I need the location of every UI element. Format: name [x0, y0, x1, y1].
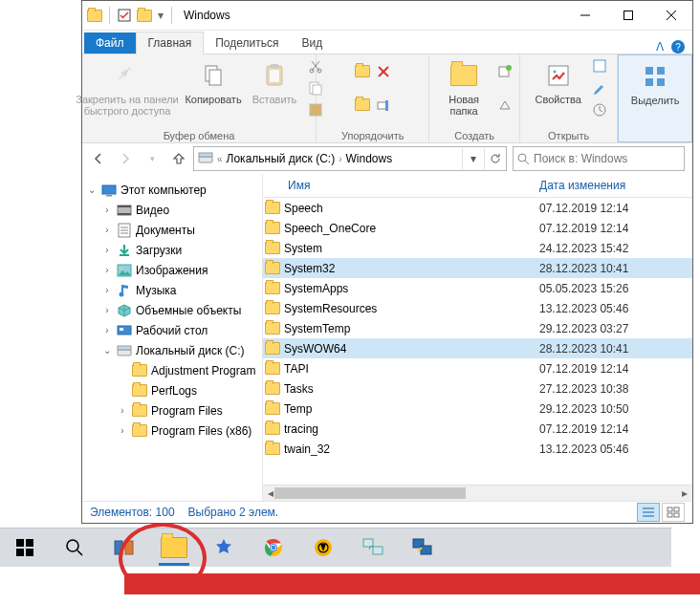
copy-button[interactable]: Копировать — [184, 56, 243, 109]
file-row[interactable]: SystemTemp29.12.2023 03:27 — [263, 318, 692, 338]
tree-item[interactable]: PerfLogs — [86, 380, 262, 400]
tree-item[interactable]: ›Изображения — [86, 260, 262, 280]
window-title: Windows — [184, 9, 230, 22]
edit-icon[interactable] — [590, 78, 609, 97]
file-row[interactable]: tracing07.12.2019 12:14 — [263, 419, 692, 439]
network-app-button[interactable] — [350, 528, 396, 567]
tab-home[interactable]: Главная — [136, 32, 205, 54]
tree-item[interactable]: ›Program Files (x86) — [86, 421, 262, 441]
file-row[interactable]: SystemApps05.05.2023 15:26 — [263, 278, 692, 298]
easy-access-icon[interactable] — [495, 96, 514, 115]
view-large-button[interactable] — [662, 503, 685, 522]
expand-icon[interactable]: › — [101, 285, 113, 295]
paste-icon — [259, 60, 290, 91]
breadcrumb-2[interactable]: Windows — [345, 152, 392, 165]
ribbon-collapse-icon[interactable]: ᐱ — [656, 40, 664, 54]
tree-item[interactable]: ›Видео — [86, 200, 262, 220]
expand-icon[interactable]: › — [101, 205, 113, 215]
back-button[interactable] — [90, 150, 107, 167]
tab-view[interactable]: Вид — [290, 32, 334, 54]
file-date: 29.12.2023 03:27 — [539, 322, 692, 335]
search-input[interactable]: Поиск в: Windows — [513, 146, 685, 171]
history-icon[interactable] — [590, 101, 609, 119]
copy-to-icon[interactable] — [353, 96, 372, 115]
new-folder-icon — [448, 60, 479, 91]
scroll-right-icon[interactable]: ▸ — [677, 485, 692, 501]
help-icon[interactable]: ? — [671, 40, 685, 54]
tree-item[interactable]: ›Музыка — [86, 280, 262, 300]
view-details-button[interactable] — [637, 503, 660, 522]
close-button[interactable] — [649, 2, 692, 30]
expand-icon[interactable]: ⌄ — [101, 345, 113, 356]
tab-file[interactable]: Файл — [84, 32, 136, 54]
file-row[interactable]: Speech_OneCore07.12.2019 12:14 — [263, 218, 692, 238]
expand-icon[interactable]: › — [101, 245, 113, 255]
file-row[interactable]: SystemResources13.12.2023 05:46 — [263, 298, 692, 318]
qat-checkbox-icon[interactable] — [116, 7, 133, 24]
tree-item[interactable]: ›Объемные объекты — [86, 300, 262, 320]
qat-dropdown-icon[interactable]: ▾ — [156, 7, 165, 24]
up-button[interactable] — [170, 150, 187, 167]
expand-icon[interactable]: › — [101, 305, 113, 315]
maximize-button[interactable] — [606, 2, 649, 30]
breadcrumb-1[interactable]: Локальный диск (C:)› — [227, 152, 342, 165]
forward-button[interactable] — [117, 150, 134, 167]
file-row[interactable]: Tasks27.12.2023 10:38 — [263, 378, 692, 399]
col-date[interactable]: Дата изменения — [539, 179, 692, 192]
file-row[interactable]: Temp29.12.2023 10:50 — [263, 399, 692, 419]
tree-item[interactable]: ›Загрузки — [86, 240, 262, 260]
expand-icon[interactable]: ⌄ — [86, 184, 98, 195]
tab-share[interactable]: Поделиться — [204, 32, 290, 54]
file-row[interactable]: System24.12.2023 15:42 — [263, 238, 692, 258]
horizontal-scrollbar[interactable]: ◂ ▸ — [263, 485, 692, 501]
expand-icon[interactable]: › — [101, 225, 113, 235]
bookmark-app-button[interactable] — [201, 528, 247, 567]
new-item-icon[interactable] — [495, 62, 514, 81]
file-name: SysWOW64 — [282, 342, 539, 356]
chrome-button[interactable] — [251, 528, 296, 567]
aimp-button[interactable] — [300, 528, 346, 567]
file-row[interactable]: twain_3213.12.2023 05:46 — [263, 439, 692, 459]
svg-rect-29 — [199, 157, 212, 162]
move-to-icon[interactable] — [353, 62, 372, 81]
address-bar[interactable]: « Локальный диск (C:)› Windows ▾ — [193, 146, 507, 171]
remote-app-button[interactable] — [400, 528, 446, 567]
open-icon[interactable] — [590, 56, 609, 75]
tree-item[interactable]: ›Program Files — [86, 400, 262, 421]
nav-tree[interactable]: ⌄Этот компьютер›Видео›Документы›Загрузки… — [82, 174, 263, 501]
recent-dropdown-icon[interactable]: ▾ — [143, 150, 161, 167]
rename-icon[interactable] — [374, 96, 393, 115]
paste-button[interactable]: Вставить — [245, 56, 304, 109]
col-name[interactable]: Имя — [282, 179, 539, 192]
expand-icon[interactable]: › — [117, 405, 128, 416]
expand-icon[interactable]: › — [101, 265, 113, 275]
expand-icon[interactable]: › — [117, 425, 128, 436]
qat-folder-icon[interactable] — [136, 7, 153, 24]
tree-item[interactable]: ›Рабочий стол — [86, 320, 262, 340]
file-row[interactable]: Speech07.12.2019 12:14 — [263, 198, 692, 218]
tree-item[interactable]: ›Документы — [86, 220, 262, 240]
list-header[interactable]: Имя Дата изменения — [263, 174, 692, 198]
tree-item[interactable]: ⌄Локальный диск (C:) — [86, 340, 262, 360]
pin-button[interactable]: Закрепить на панели быстрого доступа — [73, 56, 182, 120]
expand-icon[interactable]: › — [101, 325, 113, 335]
tree-item[interactable]: ⌄Этот компьютер — [86, 180, 262, 200]
explorer-taskbar-button[interactable] — [151, 528, 197, 567]
file-row[interactable]: SysWOW6428.12.2023 10:41 — [263, 338, 692, 358]
start-button[interactable] — [2, 528, 48, 567]
delete-icon[interactable] — [374, 62, 393, 81]
search-button[interactable] — [52, 528, 98, 567]
scroll-thumb[interactable] — [274, 487, 466, 499]
refresh-icon[interactable] — [484, 148, 506, 169]
file-row[interactable]: TAPI07.12.2019 12:14 — [263, 358, 692, 378]
taskview-button[interactable] — [101, 528, 147, 567]
properties-button[interactable]: Свойства — [529, 56, 588, 109]
ribbon-group-organize: Упорядочить — [317, 54, 429, 142]
minimize-button[interactable] — [563, 2, 606, 30]
new-folder-button[interactable]: Новая папка — [434, 56, 493, 120]
tree-item[interactable]: Adjustment Program — [86, 360, 262, 380]
select-button[interactable]: Выделить — [625, 57, 685, 110]
file-list[interactable]: Speech07.12.2019 12:14Speech_OneCore07.1… — [263, 198, 692, 485]
file-row[interactable]: System3228.12.2023 10:41 — [263, 258, 692, 278]
address-dropdown-icon[interactable]: ▾ — [462, 148, 484, 169]
